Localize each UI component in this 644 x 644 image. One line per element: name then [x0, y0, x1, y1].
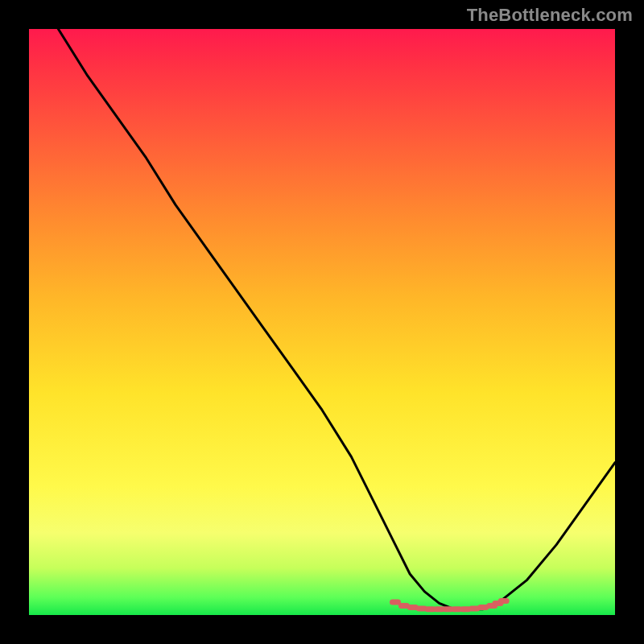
- watermark-text: TheBottleneck.com: [467, 5, 633, 26]
- match-marker: [434, 606, 445, 612]
- match-marker: [477, 605, 489, 610]
- match-marker: [425, 606, 436, 612]
- match-marker: [407, 605, 419, 610]
- match-marker: [492, 601, 503, 606]
- chart-frame: TheBottleneck.com: [0, 0, 644, 644]
- match-marker: [486, 603, 497, 609]
- match-marker: [498, 598, 510, 604]
- match-marker: [451, 606, 462, 612]
- match-marker: [416, 606, 427, 612]
- match-marker: [398, 603, 410, 609]
- match-marker: [469, 606, 480, 612]
- match-marker: [460, 606, 471, 612]
- plot-area: [29, 29, 615, 615]
- bottleneck-curve: [58, 29, 615, 609]
- match-marker: [443, 606, 454, 612]
- chart-svg: [29, 29, 615, 615]
- match-marker: [390, 600, 401, 605]
- curve-group: [58, 29, 615, 612]
